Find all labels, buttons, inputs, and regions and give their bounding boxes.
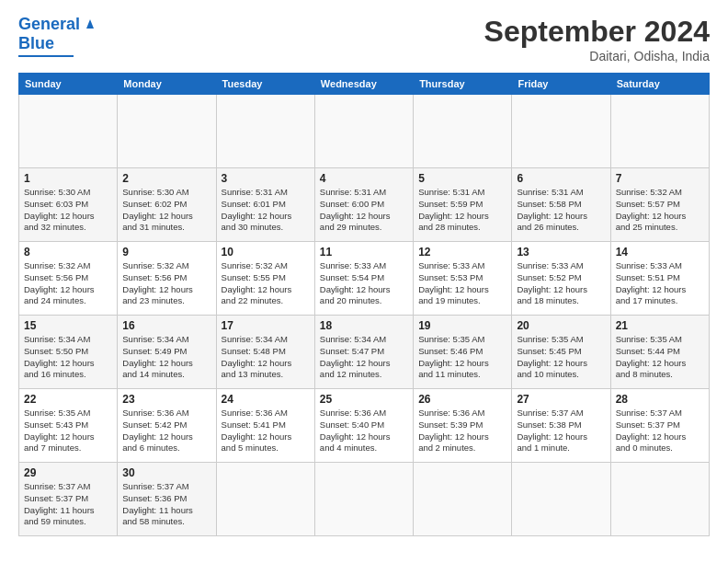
day-info: Sunrise: 5:36 AM Sunset: 5:42 PM Dayligh… — [122, 408, 210, 454]
logo-triangle-icon — [82, 15, 98, 31]
calendar-week-5: 29Sunrise: 5:37 AM Sunset: 5:37 PM Dayli… — [19, 463, 710, 536]
calendar-cell: 22Sunrise: 5:35 AM Sunset: 5:43 PM Dayli… — [19, 389, 118, 463]
day-info: Sunrise: 5:33 AM Sunset: 5:51 PM Dayligh… — [616, 260, 704, 307]
calendar-cell: 14Sunrise: 5:33 AM Sunset: 5:51 PM Dayli… — [610, 242, 709, 316]
day-number: 8 — [24, 246, 112, 259]
calendar-cell: 9Sunrise: 5:32 AM Sunset: 5:56 PM Daylig… — [118, 242, 216, 316]
day-info: Sunrise: 5:36 AM Sunset: 5:39 PM Dayligh… — [418, 408, 506, 454]
calendar-week-3: 15Sunrise: 5:34 AM Sunset: 5:50 PM Dayli… — [19, 316, 710, 389]
day-info: Sunrise: 5:37 AM Sunset: 5:36 PM Dayligh… — [122, 481, 210, 528]
day-number: 20 — [517, 319, 605, 332]
calendar-cell — [610, 463, 709, 536]
day-number: 2 — [122, 172, 210, 185]
calendar-cell: 12Sunrise: 5:33 AM Sunset: 5:53 PM Dayli… — [414, 242, 512, 316]
logo-blue-text: Blue — [18, 35, 54, 53]
day-info: Sunrise: 5:33 AM Sunset: 5:52 PM Dayligh… — [517, 260, 605, 307]
calendar-week-1: 1Sunrise: 5:30 AM Sunset: 6:03 PM Daylig… — [19, 168, 710, 242]
day-info: Sunrise: 5:36 AM Sunset: 5:40 PM Dayligh… — [320, 408, 408, 454]
day-info: Sunrise: 5:32 AM Sunset: 5:57 PM Dayligh… — [616, 187, 704, 234]
logo-text: General — [18, 16, 80, 34]
day-info: Sunrise: 5:34 AM Sunset: 5:47 PM Dayligh… — [320, 334, 408, 381]
calendar-week-0 — [19, 95, 710, 168]
calendar-cell: 20Sunrise: 5:35 AM Sunset: 5:45 PM Dayli… — [512, 316, 610, 389]
day-number: 27 — [517, 393, 605, 406]
calendar-cell — [216, 95, 314, 168]
day-info: Sunrise: 5:34 AM Sunset: 5:48 PM Dayligh… — [222, 334, 310, 381]
calendar-cell — [314, 463, 413, 536]
day-number: 23 — [122, 393, 210, 406]
day-info: Sunrise: 5:30 AM Sunset: 6:02 PM Dayligh… — [122, 187, 210, 234]
day-number: 9 — [122, 246, 210, 259]
calendar-cell: 21Sunrise: 5:35 AM Sunset: 5:44 PM Dayli… — [610, 316, 709, 389]
calendar-cell: 19Sunrise: 5:35 AM Sunset: 5:46 PM Dayli… — [414, 316, 512, 389]
day-header-monday: Monday — [118, 74, 216, 95]
day-info: Sunrise: 5:31 AM Sunset: 5:59 PM Dayligh… — [418, 187, 506, 234]
day-info: Sunrise: 5:34 AM Sunset: 5:49 PM Dayligh… — [122, 334, 210, 381]
calendar-header-row: SundayMondayTuesdayWednesdayThursdayFrid… — [19, 74, 710, 95]
calendar-cell: 24Sunrise: 5:36 AM Sunset: 5:41 PM Dayli… — [216, 389, 314, 463]
calendar-cell: 18Sunrise: 5:34 AM Sunset: 5:47 PM Dayli… — [314, 316, 413, 389]
calendar-week-4: 22Sunrise: 5:35 AM Sunset: 5:43 PM Dayli… — [19, 389, 710, 463]
calendar-cell: 13Sunrise: 5:33 AM Sunset: 5:52 PM Dayli… — [512, 242, 610, 316]
calendar-cell: 11Sunrise: 5:33 AM Sunset: 5:54 PM Dayli… — [314, 242, 413, 316]
day-number: 18 — [320, 319, 408, 332]
day-info: Sunrise: 5:35 AM Sunset: 5:43 PM Dayligh… — [24, 408, 112, 454]
day-info: Sunrise: 5:32 AM Sunset: 5:55 PM Dayligh… — [222, 260, 310, 307]
calendar-cell: 7Sunrise: 5:32 AM Sunset: 5:57 PM Daylig… — [610, 168, 709, 242]
day-number: 26 — [418, 393, 506, 406]
day-number: 10 — [222, 246, 310, 259]
day-number: 3 — [222, 172, 310, 185]
calendar-week-2: 8Sunrise: 5:32 AM Sunset: 5:56 PM Daylig… — [19, 242, 710, 316]
day-number: 11 — [320, 246, 408, 259]
day-info: Sunrise: 5:35 AM Sunset: 5:46 PM Dayligh… — [418, 334, 506, 381]
calendar-cell: 3Sunrise: 5:31 AM Sunset: 6:01 PM Daylig… — [216, 168, 314, 242]
svg-marker-0 — [86, 19, 94, 29]
calendar-cell: 6Sunrise: 5:31 AM Sunset: 5:58 PM Daylig… — [512, 168, 610, 242]
day-info: Sunrise: 5:30 AM Sunset: 6:03 PM Dayligh… — [24, 187, 112, 234]
calendar-cell: 2Sunrise: 5:30 AM Sunset: 6:02 PM Daylig… — [118, 168, 216, 242]
location: Daitari, Odisha, India — [484, 49, 710, 63]
day-header-sunday: Sunday — [19, 74, 118, 95]
calendar-cell: 23Sunrise: 5:36 AM Sunset: 5:42 PM Dayli… — [118, 389, 216, 463]
calendar-cell — [314, 95, 413, 168]
calendar-cell: 10Sunrise: 5:32 AM Sunset: 5:55 PM Dayli… — [216, 242, 314, 316]
calendar-cell: 8Sunrise: 5:32 AM Sunset: 5:56 PM Daylig… — [19, 242, 118, 316]
calendar-cell — [118, 95, 216, 168]
day-number: 25 — [320, 393, 408, 406]
calendar-cell: 29Sunrise: 5:37 AM Sunset: 5:37 PM Dayli… — [19, 463, 118, 536]
day-info: Sunrise: 5:37 AM Sunset: 5:37 PM Dayligh… — [24, 481, 112, 528]
day-info: Sunrise: 5:32 AM Sunset: 5:56 PM Dayligh… — [122, 260, 210, 307]
day-number: 28 — [616, 393, 704, 406]
day-info: Sunrise: 5:33 AM Sunset: 5:53 PM Dayligh… — [418, 260, 506, 307]
calendar-cell: 4Sunrise: 5:31 AM Sunset: 6:00 PM Daylig… — [314, 168, 413, 242]
day-number: 16 — [122, 319, 210, 332]
day-header-friday: Friday — [512, 74, 610, 95]
month-title: September 2024 — [484, 15, 710, 49]
day-number: 17 — [222, 319, 310, 332]
calendar-cell — [512, 463, 610, 536]
day-header-tuesday: Tuesday — [216, 74, 314, 95]
calendar-cell — [610, 95, 709, 168]
day-number: 12 — [418, 246, 506, 259]
day-info: Sunrise: 5:37 AM Sunset: 5:38 PM Dayligh… — [517, 408, 605, 454]
day-header-saturday: Saturday — [610, 74, 709, 95]
title-block: September 2024 Daitari, Odisha, India — [484, 15, 710, 63]
day-number: 6 — [517, 172, 605, 185]
day-number: 14 — [616, 246, 704, 259]
calendar-cell: 28Sunrise: 5:37 AM Sunset: 5:37 PM Dayli… — [610, 389, 709, 463]
calendar-cell: 16Sunrise: 5:34 AM Sunset: 5:49 PM Dayli… — [118, 316, 216, 389]
day-number: 4 — [320, 172, 408, 185]
logo: General Blue — [18, 15, 98, 57]
calendar-cell: 15Sunrise: 5:34 AM Sunset: 5:50 PM Dayli… — [19, 316, 118, 389]
calendar-cell: 1Sunrise: 5:30 AM Sunset: 6:03 PM Daylig… — [19, 168, 118, 242]
day-info: Sunrise: 5:35 AM Sunset: 5:45 PM Dayligh… — [517, 334, 605, 381]
day-info: Sunrise: 5:36 AM Sunset: 5:41 PM Dayligh… — [222, 408, 310, 454]
day-info: Sunrise: 5:37 AM Sunset: 5:37 PM Dayligh… — [616, 408, 704, 454]
day-number: 15 — [24, 319, 112, 332]
day-info: Sunrise: 5:31 AM Sunset: 6:01 PM Dayligh… — [222, 187, 310, 234]
day-number: 13 — [517, 246, 605, 259]
day-number: 24 — [222, 393, 310, 406]
day-info: Sunrise: 5:32 AM Sunset: 5:56 PM Dayligh… — [24, 260, 112, 307]
calendar-cell: 27Sunrise: 5:37 AM Sunset: 5:38 PM Dayli… — [512, 389, 610, 463]
day-info: Sunrise: 5:33 AM Sunset: 5:54 PM Dayligh… — [320, 260, 408, 307]
